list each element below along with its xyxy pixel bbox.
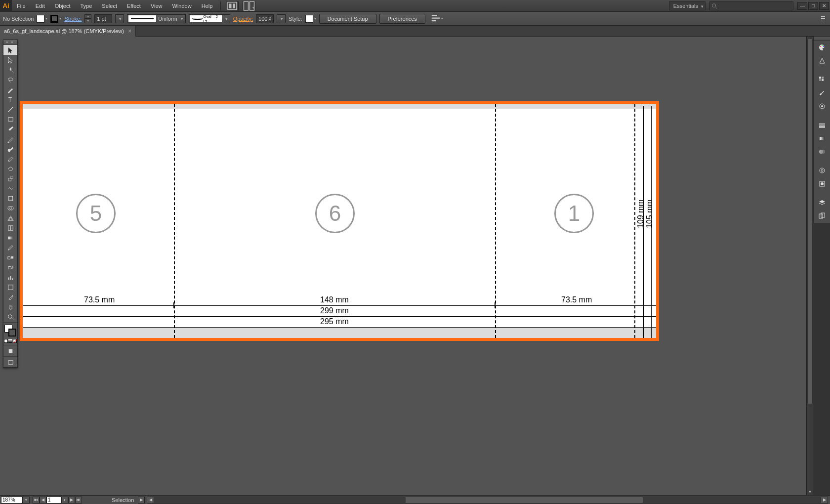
fill-stroke-control[interactable] — [3, 324, 17, 337]
rotate-tool[interactable] — [3, 164, 17, 173]
eyedropper-tool[interactable] — [3, 243, 17, 252]
canvas-area[interactable]: 5 6 1 73.5 mm 148 mm 73.5 mm 299 mm 295 … — [0, 37, 813, 495]
vertical-scrollbar[interactable]: ▲ ▼ — [806, 37, 813, 495]
control-menu-icon[interactable]: ☰ — [819, 15, 827, 23]
shape-builder-tool[interactable] — [3, 203, 17, 213]
stroke-spinner[interactable]: ▲▼ — [84, 14, 91, 23]
scroll-left-icon[interactable]: ◀ — [147, 497, 154, 503]
swatches-panel-icon[interactable] — [814, 73, 830, 86]
search-input[interactable] — [709, 1, 793, 10]
menu-type[interactable]: Type — [76, 0, 97, 12]
gradient-mode-icon[interactable] — [8, 337, 12, 344]
zoom-dropdown[interactable]: ▾ — [23, 497, 30, 504]
menu-help[interactable]: Help — [197, 0, 218, 12]
menu-file[interactable]: File — [12, 0, 31, 12]
artboard-dropdown[interactable]: ▾ — [61, 497, 68, 504]
align-icon[interactable]: ▾ — [430, 14, 443, 23]
screen-mode-button[interactable] — [3, 357, 17, 367]
rectangle-tool[interactable] — [3, 114, 17, 124]
direct-selection-tool[interactable] — [3, 55, 17, 65]
eraser-tool[interactable] — [3, 154, 17, 164]
next-artboard-icon[interactable]: ▶ — [68, 497, 75, 504]
symbols-panel-icon[interactable] — [814, 100, 830, 113]
blob-brush-tool[interactable] — [3, 144, 17, 154]
opacity-input[interactable] — [256, 14, 274, 23]
tools-panel-grip[interactable]: »× — [3, 40, 17, 45]
zoom-tool[interactable] — [3, 312, 17, 322]
last-artboard-icon[interactable]: ⏭ — [75, 497, 82, 504]
workspace-switcher[interactable]: Essentials — [669, 1, 706, 10]
stroke-size-dd[interactable] — [115, 14, 124, 23]
close-tab-icon[interactable]: × — [128, 28, 131, 35]
lasso-tool[interactable] — [3, 75, 17, 84]
brushes-panel-icon[interactable] — [814, 86, 830, 99]
transparency-panel-icon[interactable] — [814, 145, 830, 158]
zoom-input[interactable] — [1, 497, 23, 504]
document-setup-button[interactable]: Document Setup — [319, 14, 376, 24]
stroke-indicator[interactable] — [8, 329, 16, 336]
draw-mode-normal[interactable] — [3, 346, 17, 356]
stroke-link[interactable]: Stroke: — [64, 16, 82, 22]
menu-select[interactable]: Select — [97, 0, 122, 12]
window-maximize-icon[interactable]: □ — [808, 2, 818, 10]
artboard-tool[interactable] — [3, 282, 17, 292]
opacity-link[interactable]: Opacity: — [233, 16, 253, 22]
first-artboard-icon[interactable]: ⏮ — [33, 497, 40, 504]
menu-window[interactable]: Window — [167, 0, 197, 12]
perspective-grid-tool[interactable] — [3, 213, 17, 223]
fill-swatch[interactable] — [37, 14, 47, 23]
stroke-swatch[interactable] — [50, 14, 61, 23]
none-mode-icon[interactable] — [13, 337, 17, 344]
status-menu-icon[interactable]: ▶ — [138, 497, 145, 504]
menu-edit[interactable]: Edit — [31, 0, 50, 12]
brush-dd[interactable]: Oval – 2 Pt. — [189, 14, 230, 23]
opacity-dd[interactable] — [277, 14, 286, 23]
column-graph-tool[interactable] — [3, 272, 17, 282]
hand-tool[interactable] — [3, 302, 17, 312]
color-panel-icon[interactable] — [814, 41, 830, 54]
mesh-tool[interactable] — [3, 223, 17, 233]
scroll-right-icon[interactable]: ▶ — [821, 497, 828, 503]
blend-tool[interactable] — [3, 252, 17, 262]
window-minimize-icon[interactable]: — — [797, 2, 807, 10]
scale-tool[interactable] — [3, 173, 17, 183]
stroke-profile-dd[interactable]: Uniform — [127, 14, 186, 23]
color-guide-panel-icon[interactable] — [814, 54, 830, 67]
document-tab[interactable]: a6_6s_gf_landscape.ai @ 187% (CMYK/Previ… — [0, 26, 136, 37]
layers-panel-icon[interactable] — [814, 196, 830, 209]
menu-effect[interactable]: Effect — [122, 0, 146, 12]
bridge-icon[interactable] — [226, 1, 239, 10]
scroll-thumb[interactable] — [807, 39, 813, 404]
arrange-docs-icon[interactable]: ▾ — [243, 1, 255, 10]
color-mode-icon[interactable] — [3, 337, 8, 344]
scroll-down-icon[interactable]: ▼ — [807, 488, 813, 495]
appearance-panel-icon[interactable] — [814, 164, 830, 177]
menu-object[interactable]: Object — [50, 0, 76, 12]
dock-grip[interactable] — [814, 37, 830, 41]
stroke-panel-icon[interactable] — [814, 119, 830, 131]
paintbrush-tool[interactable] — [3, 124, 17, 134]
artboard-number-input[interactable] — [46, 497, 61, 504]
free-transform-tool[interactable] — [3, 193, 17, 203]
selection-tool[interactable] — [3, 45, 17, 55]
window-close-icon[interactable]: ✕ — [819, 2, 829, 10]
gradient-panel-icon[interactable] — [814, 132, 830, 145]
stroke-size-input[interactable] — [94, 14, 112, 23]
preferences-button[interactable]: Preferences — [379, 14, 425, 24]
hscroll-thumb[interactable] — [406, 497, 643, 503]
menu-view[interactable]: View — [146, 0, 167, 12]
artboards-panel-icon[interactable] — [814, 210, 830, 222]
horizontal-scrollbar[interactable]: ◀ ▶ — [147, 497, 828, 504]
pen-tool[interactable] — [3, 84, 17, 94]
slice-tool[interactable] — [3, 292, 17, 302]
gradient-tool[interactable] — [3, 233, 17, 243]
width-tool[interactable] — [3, 183, 17, 193]
type-tool[interactable]: T — [3, 94, 17, 104]
pencil-tool[interactable] — [3, 134, 17, 144]
magic-wand-tool[interactable] — [3, 65, 17, 75]
style-swatch[interactable] — [305, 14, 316, 23]
prev-artboard-icon[interactable]: ◀ — [40, 497, 46, 504]
line-tool[interactable] — [3, 104, 17, 114]
symbol-sprayer-tool[interactable] — [3, 262, 17, 272]
graphic-styles-panel-icon[interactable] — [814, 177, 830, 190]
